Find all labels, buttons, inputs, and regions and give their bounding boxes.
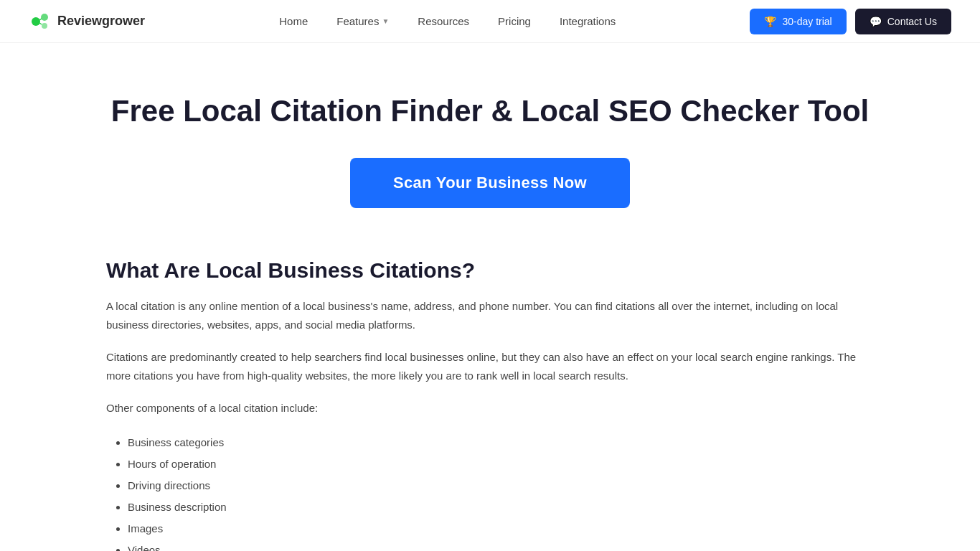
trial-button[interactable]: 🏆 30-day trial (750, 9, 846, 34)
trial-icon: 🏆 (764, 16, 776, 27)
nav-link-resources[interactable]: Resources (418, 15, 469, 27)
section-heading: What Are Local Business Citations? (106, 258, 874, 283)
list-item-hours-of-operation: Hours of operation (128, 453, 874, 475)
svg-point-0 (32, 17, 40, 26)
section-para-3: Other components of a local citation inc… (106, 399, 874, 418)
contact-button[interactable]: 💬 Contact Us (855, 9, 951, 34)
list-item-driving-directions: Driving directions (128, 475, 874, 496)
nav-right-actions: 🏆 30-day trial 💬 Contact Us (750, 9, 951, 34)
nav-links: Home Features ▼ Resources Pricing Integr… (279, 15, 616, 28)
nav-link-features[interactable]: Features ▼ (336, 15, 389, 27)
nav-item-pricing[interactable]: Pricing (498, 15, 531, 28)
citation-components-list: Business categories Hours of operation D… (106, 432, 874, 551)
svg-point-1 (41, 14, 48, 21)
list-item-videos: Videos (128, 540, 874, 551)
list-item-business-description: Business description (128, 496, 874, 518)
chat-icon: 💬 (870, 16, 882, 27)
section-para-1: A local citation is any online mention o… (106, 297, 874, 334)
section-para-2: Citations are predominantly created to h… (106, 348, 874, 385)
list-item-images: Images (128, 518, 874, 540)
nav-item-integrations[interactable]: Integrations (560, 15, 616, 28)
navbar: Reviewgrower Home Features ▼ Resources P… (0, 0, 980, 43)
logo-text: Reviewgrower (57, 14, 145, 29)
nav-item-home[interactable]: Home (279, 15, 308, 28)
nav-item-features[interactable]: Features ▼ (336, 15, 389, 27)
main-content: What Are Local Business Citations? A loc… (77, 244, 903, 551)
hero-title: Free Local Citation Finder & Local SEO C… (111, 93, 869, 129)
nav-item-resources[interactable]: Resources (418, 15, 469, 28)
scan-business-button[interactable]: Scan Your Business Now (350, 158, 630, 208)
svg-point-2 (42, 23, 47, 29)
hero-section: Free Local Citation Finder & Local SEO C… (0, 43, 980, 244)
nav-link-pricing[interactable]: Pricing (498, 15, 531, 27)
logo-icon (29, 10, 52, 33)
svg-line-4 (39, 23, 42, 24)
logo-area: Reviewgrower (29, 10, 145, 33)
nav-link-integrations[interactable]: Integrations (560, 15, 616, 27)
list-item-business-categories: Business categories (128, 432, 874, 453)
nav-link-home[interactable]: Home (279, 15, 308, 27)
chevron-down-icon: ▼ (382, 17, 389, 25)
svg-line-3 (39, 19, 42, 20)
